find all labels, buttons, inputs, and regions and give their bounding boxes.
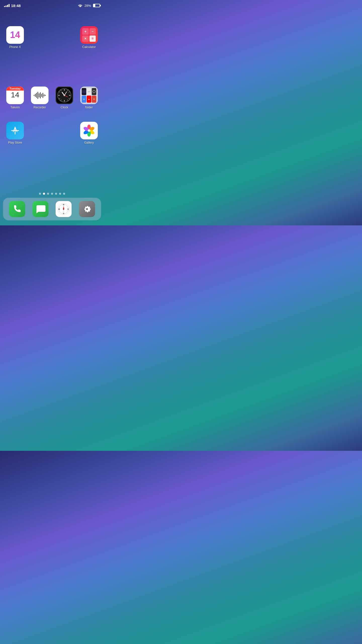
calc-key-plus: + (82, 28, 89, 35)
svg-text:E: E (68, 208, 69, 210)
svg-text:W: W (58, 208, 60, 210)
app-recorder[interactable]: Recorder (30, 87, 50, 109)
dock-settings[interactable] (79, 201, 95, 217)
svg-text:A: A (13, 126, 18, 134)
home-screen: 14 Phone X + − × = Calculator (0, 11, 104, 225)
signal-bars (4, 4, 10, 7)
signal-bar-3 (7, 5, 8, 7)
signal-bar-4 (9, 4, 10, 7)
phone-x-label: Phone X (9, 45, 21, 49)
dot-1[interactable] (43, 193, 45, 195)
svg-rect-1 (35, 94, 36, 97)
svg-rect-6 (41, 94, 42, 97)
signal-bar-1 (4, 6, 5, 7)
calculator-icon: + − × = (80, 26, 98, 44)
empty-slot-2 (54, 26, 74, 46)
dock-phone[interactable] (9, 201, 25, 217)
svg-rect-2 (36, 93, 37, 98)
calc-key-times: × (82, 35, 89, 42)
gallery-icon (80, 122, 98, 139)
waveform-svg (33, 90, 46, 100)
battery-icon (93, 4, 100, 7)
battery-percentage: 28% (84, 4, 91, 8)
app-calculator[interactable]: + − × = Calculator (79, 26, 99, 49)
svg-point-37 (88, 129, 90, 132)
app-store-svg: A (10, 125, 21, 136)
dot-4[interactable] (55, 193, 57, 195)
svg-rect-7 (42, 93, 43, 98)
svg-point-29 (93, 90, 95, 93)
dock: N S E W (3, 198, 101, 220)
recorder-icon (31, 87, 49, 104)
playstore-icon: A (6, 122, 24, 139)
folder-mini-5: ▶ (87, 96, 91, 103)
app-grid: 14 Phone X + − × = Calculator (0, 26, 104, 152)
clock-label: Clock (61, 106, 68, 109)
svg-point-47 (63, 209, 64, 210)
svg-text:N: N (63, 204, 64, 206)
svg-rect-5 (40, 92, 41, 98)
svg-rect-3 (37, 92, 38, 99)
dot-0[interactable] (39, 193, 41, 195)
calc-key-minus: − (89, 28, 96, 35)
app-playstore[interactable]: A Play Store (5, 122, 25, 144)
folder-mini-3 (92, 88, 96, 95)
dock-safari[interactable]: N S E W (56, 201, 72, 217)
app-takvim[interactable]: Tuesday 14 Takvim (5, 87, 25, 109)
svg-rect-8 (44, 94, 44, 96)
wifi-icon (78, 4, 82, 7)
empty-slot-3 (30, 122, 50, 142)
takvim-header: Tuesday (6, 87, 24, 91)
clock-icon (56, 87, 73, 104)
folder-grid: AR G ▶ (80, 87, 98, 104)
app-gallery[interactable]: Gallery (79, 122, 99, 144)
folder-icon: AR G ▶ (80, 87, 98, 104)
app-clock[interactable]: Clock (54, 87, 74, 109)
folder-mini-4: G (82, 96, 86, 103)
app-folder[interactable]: AR G ▶ (79, 87, 99, 109)
takvim-label: Takvim (10, 106, 20, 109)
folder-label: folder (85, 106, 93, 109)
clock-svg (57, 88, 72, 103)
app-row-2: Tuesday 14 Takvim (5, 87, 99, 109)
app-row-1: 14 Phone X + − × = Calculator (5, 26, 99, 49)
dot-2[interactable] (47, 193, 49, 195)
svg-text:S: S (63, 213, 64, 214)
svg-point-27 (64, 95, 65, 96)
messages-icon (35, 204, 46, 214)
calc-grid: + − × = (80, 26, 98, 44)
svg-rect-0 (34, 95, 34, 96)
svg-rect-4 (39, 93, 39, 97)
app-row-3: A Play Store (5, 122, 99, 144)
folder-mini-6: M (92, 96, 96, 103)
phone-x-icon: 14 (6, 26, 24, 44)
dot-6[interactable] (63, 193, 65, 195)
recorder-label: Recorder (33, 106, 46, 109)
phone-icon (12, 204, 22, 214)
signal-bar-2 (6, 6, 7, 7)
battery-fill (94, 4, 95, 7)
dot-3[interactable] (51, 193, 53, 195)
app-phone-x[interactable]: 14 Phone X (5, 26, 25, 49)
status-time: 18:48 (11, 4, 21, 8)
page-dots (0, 193, 104, 195)
empty-slot-1 (30, 26, 50, 46)
status-right: 28% (78, 4, 100, 8)
folder-mini-2: AR (87, 88, 91, 95)
status-bar: 18:48 28% (0, 0, 104, 11)
folder-mini-1 (82, 88, 86, 95)
calculator-label: Calculator (82, 45, 96, 49)
safari-icon: N S E W (57, 203, 70, 216)
takvim-date: 14 (11, 91, 19, 99)
settings-icon (82, 204, 92, 214)
dock-messages[interactable] (32, 201, 49, 217)
svg-rect-9 (45, 95, 46, 96)
dot-5[interactable] (59, 193, 61, 195)
gallery-svg (82, 124, 96, 137)
svg-rect-28 (82, 90, 86, 93)
playstore-label: Play Store (8, 141, 22, 144)
takvim-icon: Tuesday 14 (6, 87, 24, 104)
status-left: 18:48 (4, 4, 21, 8)
calc-key-equals: = (89, 35, 96, 42)
empty-slot-4 (54, 122, 74, 142)
